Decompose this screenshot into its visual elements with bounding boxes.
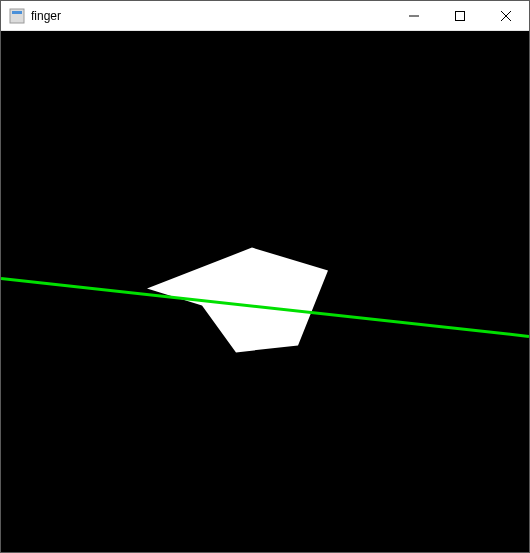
- app-icon: [9, 8, 25, 24]
- minimize-icon: [409, 11, 419, 21]
- white-polygon: [147, 248, 328, 353]
- window-controls: [391, 1, 529, 30]
- maximize-button[interactable]: [437, 1, 483, 30]
- app-window: finger: [0, 0, 530, 553]
- close-icon: [501, 11, 511, 21]
- titlebar[interactable]: finger: [1, 1, 529, 31]
- svg-rect-3: [456, 11, 465, 20]
- render-canvas: [1, 31, 529, 552]
- window-title: finger: [31, 9, 391, 23]
- content-area: [1, 31, 529, 552]
- close-button[interactable]: [483, 1, 529, 30]
- maximize-icon: [455, 11, 465, 21]
- svg-rect-1: [12, 11, 22, 14]
- minimize-button[interactable]: [391, 1, 437, 30]
